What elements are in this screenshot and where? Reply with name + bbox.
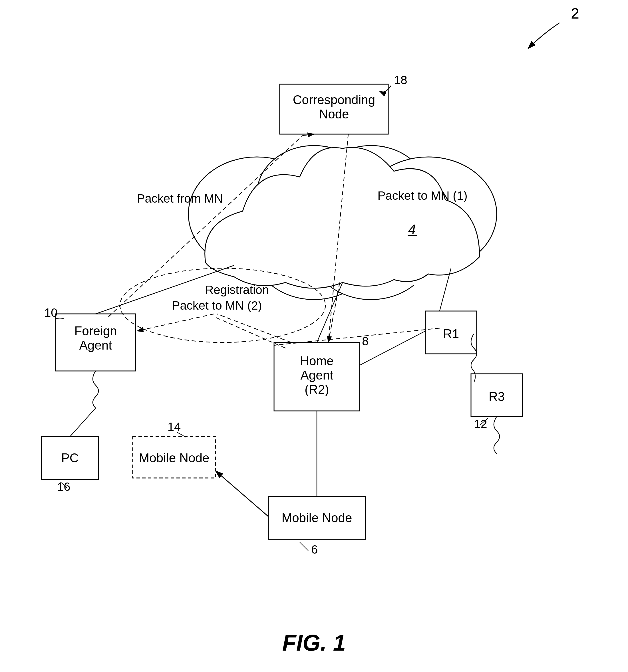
packet-to-mn2-label: Packet to MN (2) [172,299,262,312]
cloud-label: 4 [408,222,416,237]
mn-solid-to-dashed-arrow [215,471,268,517]
mobile-node-solid-label: Mobile Node [281,511,352,525]
ref-2: 2 [571,5,579,22]
corresponding-node-label-line2: Node [319,107,349,121]
ref-12: 12 [474,417,487,431]
r1-label: R1 [443,327,459,341]
packet-to-mn1-label: Packet to MN (1) [377,189,467,202]
home-agent-label2: Agent [301,368,333,382]
mobile-node-dashed-label: Mobile Node [139,451,209,465]
foreign-agent-label2: Agent [79,338,112,352]
foreign-agent-label1: Foreign [74,324,117,338]
r1-ha-line [360,331,425,365]
ref-16: 16 [57,480,70,494]
ref-8: 8 [362,334,369,348]
registration-label: Registration [205,283,269,296]
internet-cloud [188,146,497,299]
fa-squiggle-bottom [93,371,98,408]
corresponding-node-label-line1: Corresponding [293,93,375,107]
home-agent-label1: Home [300,354,333,368]
ref-6: 6 [311,543,318,556]
diagram: 2 4 [0,0,628,672]
ref-18: 18 [394,73,408,87]
ref-14: 14 [167,420,181,433]
home-agent-label3: (R2) [305,382,329,397]
ref-10: 10 [44,306,58,319]
fig-label: FIG. 1 [282,630,346,655]
ha-to-fa-dashed1 [217,314,291,342]
packet-from-mn-label: Packet from MN [137,192,223,205]
r3-squiggle-bottom [494,416,499,454]
fa-pc-line [70,408,96,437]
ref6-bracket [300,542,308,551]
r3-label: R3 [489,389,505,404]
ref2-arrow [528,23,559,49]
pc-label: PC [61,451,78,465]
ha-to-fa-arrow [137,314,214,331]
